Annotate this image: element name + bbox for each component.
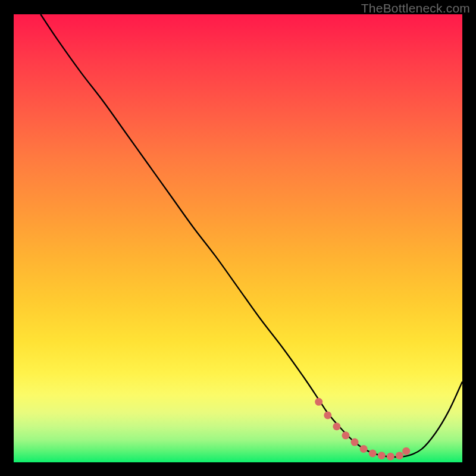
optimal-dot (369, 449, 377, 457)
chart-container (14, 14, 462, 462)
optimal-dot (396, 452, 403, 459)
optimal-zone-dots (315, 398, 410, 461)
chart-svg (14, 14, 462, 462)
plot-area (14, 14, 462, 462)
bottleneck-curve (40, 14, 462, 457)
optimal-dot (342, 431, 349, 439)
optimal-dot (360, 445, 368, 453)
optimal-dot (333, 422, 340, 430)
optimal-dot (387, 453, 394, 461)
watermark-text: TheBottleneck.com (361, 1, 470, 15)
optimal-dot (324, 411, 331, 419)
optimal-dot (351, 439, 359, 446)
optimal-dot (315, 398, 322, 406)
optimal-dot (378, 452, 386, 459)
optimal-dot (402, 447, 410, 455)
